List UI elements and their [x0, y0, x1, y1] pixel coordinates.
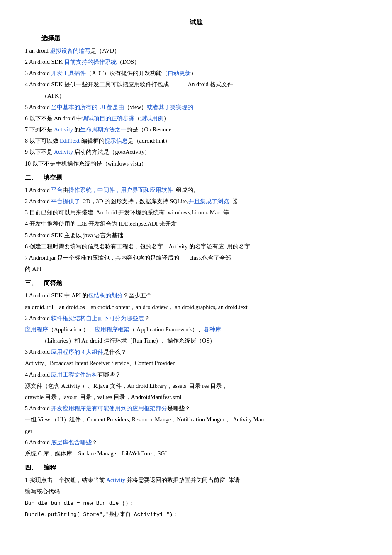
q3-4a: 源文件（包含 Activity ）、R.java 文件，An droid Lib…	[25, 381, 367, 391]
q3-2: 2 An droid 软件框架结构自上而下可分为哪些层？	[25, 313, 367, 324]
q2-5: 5 An droid SDK 主要以 java 语言为基础	[25, 230, 367, 241]
section-choice: 选择题 1 an droid 虚拟设备的缩写是（AVD） 2 An droid …	[25, 33, 367, 169]
page-title: 试题	[25, 17, 367, 29]
q2-3: 3 目前已知的可以用来搭建 An droid 开发环境的系统有 wi ndows…	[25, 207, 367, 218]
q1-8: 8 以下可以做 EditText 编辑框的提示信息是（adroid:hint）	[25, 136, 367, 146]
q3-4b: drawble 目录，layout 目录，values 目录，AndroidMa…	[25, 392, 367, 402]
q1-3: 3 An droid 开发工具插件（ADT）没有提供的开发功能（自动更新）	[25, 68, 367, 78]
section-fill: 二、 填空题 1 An droid 平台由操作系统，中间件，用户界面和应用软件 …	[25, 172, 367, 275]
q3-6: 6 An droid 底层库包含哪些？	[25, 437, 367, 448]
q2-7: 7 Android.jar 是一个标准的压缩包，其内容包含的是编译后的 clas…	[25, 253, 367, 263]
q3-5: 5 An droid 开发应用程序最有可能使用到的应用框架部分是哪些？	[25, 403, 367, 414]
q1-4: 4 An droid SDK 提供一些开发工具可以把应用软件打包成 An dro…	[25, 79, 367, 90]
section4-questions: 1 实现点击一个按钮，结束当前 Activity 并将需要返回的数据放置并关闭当…	[25, 475, 367, 519]
q4-1: 1 实现点击一个按钮，结束当前 Activity 并将需要返回的数据放置并关闭当…	[25, 475, 367, 485]
section2-questions: 1 An droid 平台由操作系统，中间件，用户界面和应用软件 组成的。 2 …	[25, 185, 367, 275]
q4-1b: 编写核心代码	[25, 486, 367, 497]
section3-questions: 1 An droid SDK 中 API 的包结构的划分？至少五个 an dro…	[25, 290, 367, 459]
q2-1: 1 An droid 平台由操作系统，中间件，用户界面和应用软件 组成的。	[25, 185, 367, 195]
section3-title: 三、 简答题	[25, 278, 367, 289]
q3-1a: an droid.util，an droid.os，an droid.c ont…	[25, 302, 367, 312]
q1-2: 2 An droid SDK 目前支持的操作系统（DOS）	[25, 57, 367, 67]
section4-title: 四、 编程	[25, 462, 367, 473]
q3-2b: （Libraries）和 An droid 运行环境（Run Time）、操作系…	[41, 336, 367, 346]
code-line-1: Bun dle bun dle = new Bun dle ()；	[25, 499, 367, 508]
q1-5: 5 An droid 当中基本的所有的 UI 都是由（view）或者其子类实现的	[25, 102, 367, 112]
q3-3: 3 An droid 应用程序的 4 大组件是什么？	[25, 347, 367, 357]
section-short-answer: 三、 简答题 1 An droid SDK 中 API 的包结构的划分？至少五个…	[25, 278, 367, 459]
q2-7b: 的 API	[25, 264, 367, 274]
q3-1: 1 An droid SDK 中 API 的包结构的划分？至少五个	[25, 290, 367, 301]
q3-2a: 应用程序（Application ）、应用程序框架（ Application F…	[25, 324, 367, 335]
q1-10: 10 以下不是手机操作系统的是（windows vista）	[25, 158, 367, 169]
section1-title: 选择题	[41, 33, 367, 44]
q2-2: 2 An droid 平台提供了 2D，3D 的图形支持，数据库支持 SQLit…	[25, 196, 367, 207]
q1-4b: （APK）	[41, 91, 367, 101]
q3-5a: 一组 View （UI）组件，Content Providers, Resour…	[25, 414, 367, 425]
q3-4: 4 An droid 应用工程文件结构有哪些？	[25, 370, 367, 380]
q1-6: 6 以下不是 An droid 中调试项目的正确步骤（测试用例）	[25, 113, 367, 124]
q1-9: 9 以下不是 Activity 启动的方法是（gotoActivity）	[25, 147, 367, 157]
section2-title: 二、 填空题	[25, 172, 367, 183]
q1-1: 1 an droid 虚拟设备的缩写是（AVD）	[25, 46, 367, 56]
q2-6: 6 创建工程时需要填写的信息名称有工程名，包的名字，Activity 的名字还有…	[25, 241, 367, 252]
q1-7: 7 下列不是 Activity 的生命周期方法之一的是（On Resume	[25, 124, 367, 135]
section-coding: 四、 编程 1 实现点击一个按钮，结束当前 Activity 并将需要返回的数据…	[25, 462, 367, 519]
q3-6a: 系统 C 库，媒体库，Surface Manage，LibWebCore，SGL	[25, 448, 367, 459]
code-line-2: Bundle.putString( Store","数据来自 Activity1…	[25, 510, 367, 519]
section1-questions: 1 an droid 虚拟设备的缩写是（AVD） 2 An droid SDK …	[25, 46, 367, 169]
page-container: 试题 选择题 1 an droid 虚拟设备的缩写是（AVD） 2 An dro…	[25, 17, 367, 519]
q2-4: 4 开发中推荐使用的 IDE 开发组合为 IDE,eclipse,ADI 来开发	[25, 219, 367, 229]
q3-3a: Activity、Broadcast Intent Receiver Servi…	[25, 358, 367, 368]
q3-5b: ger	[25, 426, 367, 436]
